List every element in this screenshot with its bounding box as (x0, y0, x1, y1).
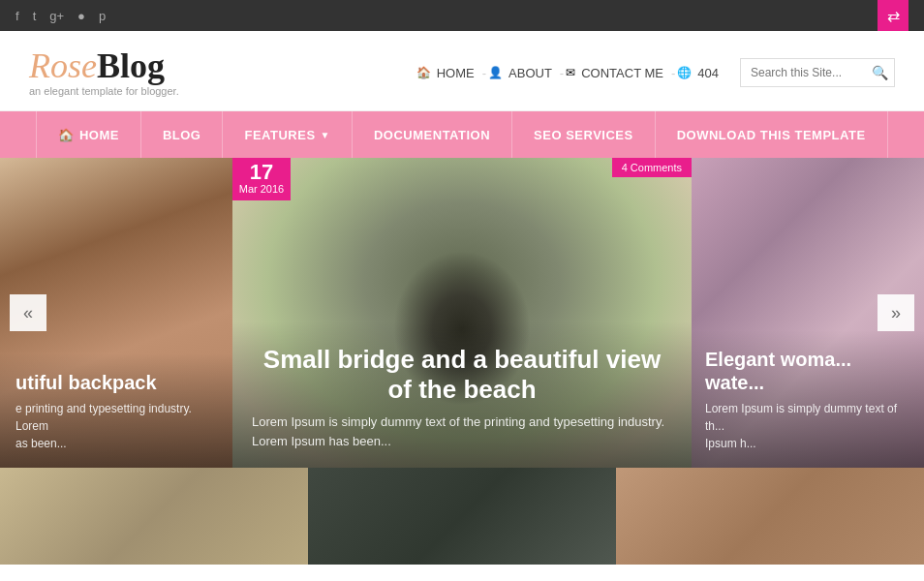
social-links: f t g+ ● p (15, 9, 106, 23)
logo-text: RoseBlog (29, 48, 179, 83)
thumbnail-strip (0, 468, 924, 565)
instagram-icon[interactable]: ● (77, 9, 85, 23)
date-badge: 17 Mar 2016 (232, 158, 291, 200)
thumbnail-2[interactable] (308, 468, 616, 565)
pink-nav-blog[interactable]: BLOG (141, 111, 224, 158)
logo-blog: Blog (97, 46, 165, 85)
pink-nav-documentation-label: DOCUMENTATION (374, 128, 490, 142)
slide-right-title: Elegant woma...wate... (705, 348, 910, 394)
home-icon: 🏠 (58, 128, 75, 142)
nav-contact[interactable]: CONTACT ME (575, 66, 669, 80)
pink-nav-features-label: FEATURES (244, 128, 315, 142)
search-button[interactable]: 🔍 (866, 58, 895, 87)
googleplus-icon[interactable]: g+ (49, 9, 64, 23)
slider-prev-button[interactable]: « (10, 294, 46, 331)
pink-nav-features[interactable]: FEATURES ▼ (223, 111, 353, 158)
logo-tagline: an elegant template for blogger. (29, 85, 179, 97)
nav-about[interactable]: ABOUT (503, 66, 558, 80)
slide-right-overlay: Elegant woma...wate... Lorem Ipsum is si… (692, 330, 924, 468)
thumbnail-3[interactable] (616, 468, 924, 565)
logo-rose: Rose (29, 46, 97, 85)
slide-center-excerpt: Lorem Ipsum is simply dummy text of the … (252, 413, 672, 450)
search-input[interactable] (740, 58, 866, 87)
thumbnail-1[interactable] (0, 468, 308, 565)
pink-nav-download[interactable]: DOWNLOAD THIS TEMPLATE (656, 111, 888, 158)
random-button[interactable]: ⇄ (878, 0, 909, 31)
pinterest-icon[interactable]: p (99, 9, 106, 23)
pink-nav-documentation[interactable]: DOCUMENTATION (353, 111, 512, 158)
slide-center: 17 Mar 2016 4 Comments Small bridge and … (232, 158, 692, 468)
contact-nav-icon: ✉ (566, 66, 575, 79)
facebook-icon[interactable]: f (15, 9, 19, 23)
twitter-icon[interactable]: t (33, 9, 37, 23)
site-header: RoseBlog an elegant template for blogger… (0, 31, 924, 111)
search-area: 🔍 (740, 58, 895, 87)
comments-badge[interactable]: 4 Comments (612, 158, 692, 177)
next-icon: » (891, 303, 901, 323)
top-bar: f t g+ ● p ⇄ (0, 0, 924, 31)
search-icon: 🔍 (872, 65, 888, 80)
pink-nav-download-label: DOWNLOAD THIS TEMPLATE (677, 128, 866, 142)
slide-center-title: Small bridge and a beautiful view of the… (252, 345, 672, 405)
slide-right-excerpt: Lorem Ipsum is simply dummy text of th..… (705, 400, 910, 452)
nav-home[interactable]: HOME (431, 66, 480, 80)
nav-404[interactable]: 404 (692, 66, 724, 80)
pink-nav-blog-label: BLOG (163, 128, 201, 142)
pink-nav-seo[interactable]: SEO SERVICES (512, 111, 656, 158)
features-dropdown-icon: ▼ (321, 130, 330, 140)
logo[interactable]: RoseBlog an elegant template for blogger… (29, 48, 179, 97)
pink-nav-home[interactable]: 🏠 HOME (36, 111, 141, 158)
date-month: Mar 2016 (232, 183, 291, 195)
about-nav-icon: 👤 (488, 66, 503, 79)
slide-left-overlay: utiful backpack e printing and typesetti… (0, 353, 232, 468)
slider-next-button[interactable]: » (878, 294, 914, 331)
prev-icon: « (23, 303, 33, 323)
slider: utiful backpack e printing and typesetti… (0, 158, 924, 468)
random-icon: ⇄ (887, 7, 900, 25)
globe-nav-icon: 🌐 (677, 66, 692, 79)
header-nav: 🏠 HOME - 👤 ABOUT - ✉ CONTACT ME - 🌐 404 … (416, 58, 895, 87)
date-day: 17 (232, 162, 291, 183)
pink-nav-home-label: HOME (79, 128, 119, 142)
pink-nav-seo-label: SEO SERVICES (534, 128, 633, 142)
slide-center-overlay: Small bridge and a beautiful view of the… (232, 321, 692, 468)
home-nav-icon: 🏠 (416, 66, 431, 79)
pink-nav: 🏠 HOME BLOG FEATURES ▼ DOCUMENTATION SEO… (0, 111, 924, 158)
slide-left-excerpt: e printing and typesetting industry. Lor… (15, 400, 217, 452)
slide-left-title: utiful backpack (15, 371, 217, 394)
